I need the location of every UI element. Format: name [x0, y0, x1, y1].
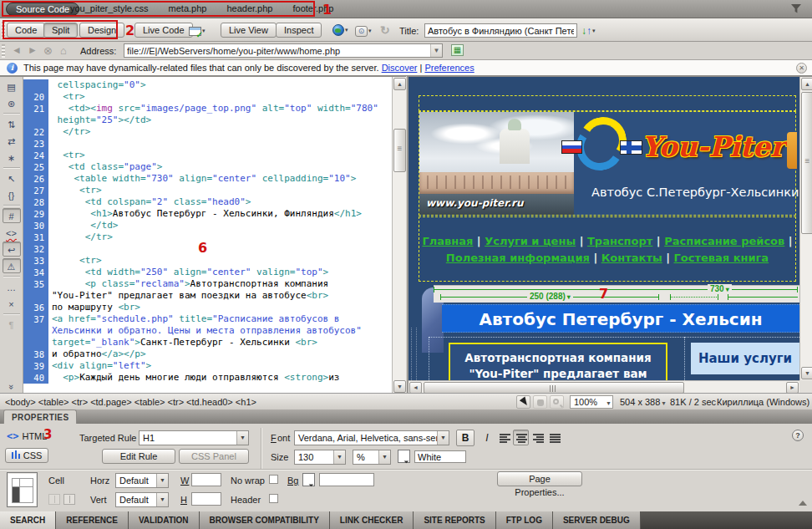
width-input[interactable] — [191, 473, 221, 486]
code-text[interactable]: <td colspan="2" class="head0"> — [48, 196, 251, 208]
code-line[interactable]: 37<a href="schedule.php" title="Расписан… — [23, 313, 392, 325]
code-line[interactable]: 35 <p class="reclama">Автотранспортная к… — [23, 278, 392, 290]
code-line[interactable]: 40 <p>Каждый день многие люди отправляют… — [23, 372, 392, 384]
close-icon[interactable]: ✕ — [796, 63, 807, 74]
code-line[interactable]: 26 <table width="730" align="center" cel… — [23, 173, 392, 185]
code-line[interactable]: "You-Piter" предлагает вам поездки на ав… — [23, 290, 392, 302]
split-view-button[interactable]: Split — [43, 23, 78, 38]
services-heading[interactable]: Наши услуги — [691, 343, 799, 374]
results-tab-site-reports[interactable]: SITE REPORTS — [414, 511, 495, 529]
code-text[interactable]: </tr> — [48, 126, 90, 138]
font-select[interactable]: Verdana, Arial, Helvetica, sans-serif▼ — [294, 430, 449, 445]
highlight-invalid-code-icon[interactable]: <> — [3, 225, 21, 240]
code-line[interactable]: Хельсинки и обратно. Цены и места отправ… — [23, 325, 392, 337]
forward-icon[interactable]: ► — [28, 44, 38, 56]
live-view-button[interactable]: Live View — [221, 23, 277, 38]
code-line[interactable]: 31 </tr> — [23, 231, 392, 243]
code-text[interactable]: <div align="left"> — [48, 360, 151, 372]
title-input[interactable] — [424, 23, 577, 38]
home-icon[interactable]: ⌂ — [60, 44, 67, 57]
code-line[interactable]: height="25"></td> — [23, 114, 392, 126]
design-view-button[interactable]: Design — [79, 23, 124, 38]
source-code-tab[interactable]: Source Code — [6, 3, 79, 16]
scroll-left-icon[interactable]: ◄ — [409, 382, 422, 394]
split-cell-icon[interactable] — [63, 494, 75, 505]
view-options-icon[interactable]: ▦ — [451, 44, 464, 56]
scroll-up-icon[interactable]: ▲ — [801, 78, 812, 90]
scroll-down-icon[interactable]: ▼ — [801, 367, 812, 379]
code-line[interactable]: 32 — [23, 243, 392, 255]
vert-select[interactable]: Default▼ — [115, 492, 169, 507]
filter-icon[interactable] — [790, 3, 802, 14]
table-width-bar[interactable]: 730 250 (288) — [434, 285, 799, 303]
line-numbers-icon[interactable]: # — [3, 208, 21, 223]
discover-link[interactable]: Discover — [382, 63, 418, 73]
back-icon[interactable]: ◄ — [12, 44, 22, 56]
text-color-swatch[interactable] — [398, 450, 410, 463]
help-icon[interactable]: ? — [792, 430, 804, 441]
code-line[interactable]: 25 <td class="page"> — [23, 161, 392, 173]
toolbar-grip[interactable] — [2, 22, 5, 38]
remove-comment-icon[interactable]: × — [3, 296, 21, 311]
code-text[interactable]: <tr> — [48, 255, 102, 267]
magnification-select[interactable]: 100%▼ — [570, 395, 613, 409]
page-properties-button[interactable]: Page Properties... — [497, 471, 582, 486]
scroll-down-icon[interactable]: ▼ — [393, 380, 406, 393]
code-line[interactable]: 24 <tr> — [23, 150, 392, 161]
design-nav-link[interactable]: Контакты — [601, 252, 662, 264]
code-text[interactable]: </td> — [48, 220, 118, 231]
code-text[interactable]: и обратно</a></p> — [48, 348, 146, 360]
related-file-tab[interactable]: meta.php — [169, 3, 207, 13]
code-line[interactable]: 34 <td width="250" align="center" valign… — [23, 267, 392, 278]
results-tab-server-debug[interactable]: SERVER DEBUG — [553, 511, 641, 529]
results-tab-link-checker[interactable]: LINK CHECKER — [330, 511, 414, 529]
select-tool-icon[interactable] — [516, 395, 530, 409]
size-unit-select[interactable]: %▼ — [353, 450, 391, 465]
css-mode-button[interactable]: CSS — [5, 448, 48, 463]
word-wrap-icon[interactable]: ↩ — [3, 242, 21, 257]
code-text[interactable]: <td class="page"> — [48, 161, 162, 173]
code-text[interactable]: по маршруту <br> — [48, 302, 140, 313]
bold-button[interactable]: B — [456, 430, 475, 446]
code-editor[interactable]: cellspacing="0">20 <tr>21 <td><img src="… — [23, 77, 392, 394]
code-line[interactable]: 39<div align="left"> — [23, 360, 392, 372]
bg-color-swatch[interactable] — [302, 473, 315, 486]
preview-in-browser-icon[interactable]: ▾ — [332, 23, 348, 38]
code-view-button[interactable]: Code — [7, 23, 45, 38]
code-line[interactable]: 33 <tr> — [23, 255, 392, 267]
code-text[interactable]: Хельсинки и обратно. Цены и места отправ… — [48, 325, 362, 337]
open-documents-icon[interactable]: ▤ — [3, 79, 21, 94]
bg-color-input[interactable] — [319, 473, 374, 486]
code-line[interactable]: target="_blank">Санкт-Петербург - Хельси… — [23, 337, 392, 348]
inspect-button[interactable]: Inspect — [276, 23, 322, 38]
code-line[interactable]: 23 — [23, 138, 392, 150]
code-text[interactable]: <tr> — [48, 185, 102, 196]
collapse-full-tag-icon[interactable]: ⇅ — [3, 116, 21, 131]
toolbar-grip[interactable] — [2, 44, 5, 58]
code-text[interactable]: <table width="730" align="center" cellpa… — [48, 173, 356, 185]
scroll-up-icon[interactable]: ▲ — [393, 78, 406, 90]
code-line[interactable]: 21 <td><img src="images/page_top.png" al… — [23, 103, 392, 114]
code-line[interactable]: 20 <tr> — [23, 91, 392, 103]
results-tab-browser-compatibility[interactable]: BROWSER COMPATIBILITY — [200, 511, 330, 529]
code-text[interactable] — [48, 243, 52, 255]
edit-rule-button[interactable]: Edit Rule — [102, 449, 175, 464]
code-text[interactable]: <tr> — [48, 91, 85, 103]
design-canvas[interactable]: You-Piter Автобус С.Петербург-Хельсинки … — [409, 77, 799, 380]
code-text[interactable]: <tr> — [48, 150, 85, 161]
file-management-icon[interactable]: ↓↑▾ — [581, 23, 596, 38]
format-source-code-icon[interactable]: ¶ — [3, 317, 21, 332]
results-tab-reference[interactable]: REFERENCE — [56, 511, 129, 529]
stop-icon[interactable]: ⊗ — [43, 44, 53, 57]
tag-selector[interactable]: <body> <table> <tr> <td.page> <table> <t… — [5, 397, 256, 407]
panel-collapse-icon[interactable] — [799, 501, 807, 506]
code-line[interactable]: 38и обратно</a></p> — [23, 348, 392, 360]
live-code-button[interactable]: Live Code — [134, 23, 193, 38]
results-tab-ftp-log[interactable]: FTP LOG — [496, 511, 553, 529]
design-nav-link[interactable]: Полезная информация — [446, 252, 590, 264]
code-line[interactable]: 22 </tr> — [23, 126, 392, 138]
promo-text-box[interactable]: Автотранспортная компания "You-Piter" пр… — [449, 343, 667, 380]
related-file-tab[interactable]: you_piter_style.css — [70, 3, 149, 13]
hand-tool-icon[interactable] — [533, 395, 547, 409]
syntax-error-alerts-icon[interactable]: ⚠ — [3, 258, 21, 273]
